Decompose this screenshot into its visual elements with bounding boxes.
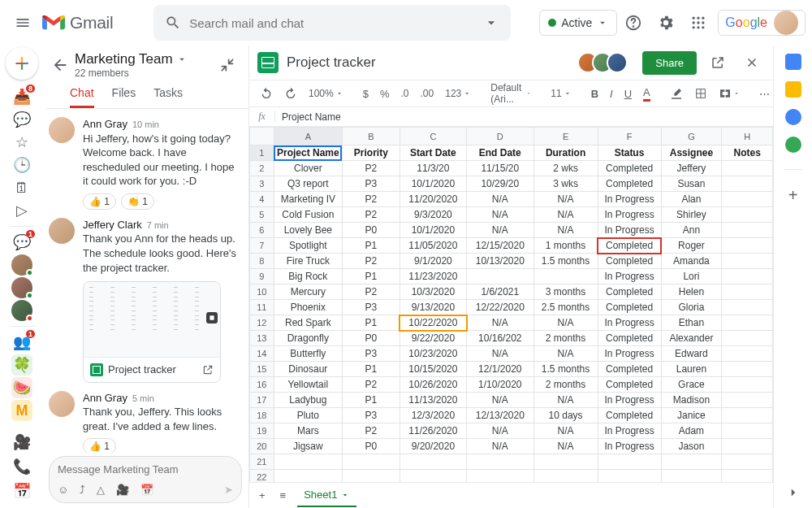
- cell[interactable]: [342, 454, 400, 470]
- row-header[interactable]: 7: [250, 238, 274, 254]
- cell[interactable]: P0: [342, 223, 400, 238]
- cell[interactable]: [722, 254, 773, 269]
- cell[interactable]: [722, 223, 773, 238]
- col-header[interactable]: A: [274, 128, 342, 145]
- meet-video-nav[interactable]: 🎥: [6, 432, 38, 453]
- cell[interactable]: 10/13/2020: [467, 254, 533, 269]
- row-header[interactable]: 17: [250, 393, 274, 408]
- cell[interactable]: N/A: [467, 346, 533, 362]
- cell[interactable]: N/A: [533, 393, 598, 408]
- cell[interactable]: 12/22/2020: [467, 300, 533, 315]
- cell[interactable]: [661, 454, 722, 470]
- cell[interactable]: Yellowtail: [274, 377, 342, 393]
- cell[interactable]: 10/29/20: [467, 176, 533, 192]
- cell[interactable]: Start Date: [400, 145, 466, 161]
- cell[interactable]: Completed: [598, 161, 661, 176]
- cell[interactable]: [722, 470, 773, 483]
- undo-button[interactable]: [256, 85, 277, 102]
- cell[interactable]: N/A: [467, 207, 533, 223]
- cell[interactable]: N/A: [467, 423, 533, 439]
- open-external-button[interactable]: [705, 50, 731, 76]
- cell[interactable]: Lauren: [661, 362, 722, 377]
- cell[interactable]: [722, 176, 773, 192]
- cell[interactable]: [722, 377, 773, 393]
- cell[interactable]: Helen: [661, 284, 722, 300]
- cell[interactable]: N/A: [533, 423, 598, 439]
- gmail-logo[interactable]: Gmail: [42, 13, 113, 33]
- cell[interactable]: Big Rock: [274, 269, 342, 284]
- col-header[interactable]: H: [722, 128, 773, 145]
- cell[interactable]: Madison: [661, 393, 722, 408]
- cell[interactable]: [722, 207, 773, 223]
- cell[interactable]: N/A: [533, 439, 598, 454]
- row-header[interactable]: 12: [250, 315, 274, 331]
- row-header[interactable]: 22: [250, 470, 274, 483]
- cell[interactable]: 10/23/2020: [400, 346, 466, 362]
- col-header[interactable]: F: [598, 128, 661, 145]
- cell[interactable]: 10/16/202: [467, 331, 533, 346]
- cell[interactable]: [274, 470, 342, 483]
- calendar-addon[interactable]: [785, 54, 801, 70]
- cell[interactable]: [533, 269, 598, 284]
- cell[interactable]: 1.5 months: [533, 254, 598, 269]
- cell[interactable]: Pluto: [274, 408, 342, 423]
- cell[interactable]: Janice: [661, 408, 722, 423]
- reaction-pill[interactable]: 👍 1: [83, 193, 116, 210]
- cell[interactable]: Completed: [598, 284, 661, 300]
- italic-button[interactable]: I: [606, 85, 617, 102]
- spaces-section[interactable]: 👥1: [6, 332, 38, 353]
- starred-nav[interactable]: ☆: [6, 132, 38, 153]
- cell[interactable]: P0: [342, 439, 400, 454]
- cell[interactable]: Duration: [533, 145, 598, 161]
- spreadsheet-grid[interactable]: ABCDEFGH1Project NamePriorityStart DateE…: [249, 127, 773, 482]
- cell[interactable]: Completed: [598, 176, 661, 192]
- cell[interactable]: Lovely Bee: [274, 223, 342, 238]
- upload-button[interactable]: ⤴: [80, 484, 85, 496]
- cell[interactable]: Completed: [598, 331, 661, 346]
- cell[interactable]: P2: [342, 207, 400, 223]
- bold-button[interactable]: B: [587, 85, 603, 102]
- row-header[interactable]: 8: [250, 254, 274, 269]
- cell[interactable]: 11/05/2020: [400, 238, 466, 254]
- status-pill[interactable]: Active: [539, 10, 617, 36]
- cell[interactable]: N/A: [467, 393, 533, 408]
- cell[interactable]: P3: [342, 300, 400, 315]
- tab-chat[interactable]: Chat: [70, 86, 94, 108]
- cell[interactable]: In Progress: [598, 423, 661, 439]
- cell[interactable]: Edward: [661, 346, 722, 362]
- cell[interactable]: [533, 470, 598, 483]
- cell[interactable]: P1: [342, 362, 400, 377]
- cell[interactable]: P2: [342, 161, 400, 176]
- percent-button[interactable]: %: [376, 85, 394, 102]
- cell[interactable]: Priority: [342, 145, 400, 161]
- cell[interactable]: [722, 284, 773, 300]
- cell[interactable]: [722, 238, 773, 254]
- row-header[interactable]: 11: [250, 300, 274, 315]
- cell[interactable]: [722, 331, 773, 346]
- cell[interactable]: Dinosaur: [274, 362, 342, 377]
- space-title[interactable]: Marketing Team: [75, 51, 213, 67]
- space-marketing[interactable]: M: [6, 400, 38, 421]
- row-header[interactable]: 16: [250, 377, 274, 393]
- cell[interactable]: [274, 454, 342, 470]
- cell[interactable]: P0: [342, 331, 400, 346]
- reaction-pill[interactable]: 👍 1: [83, 438, 116, 453]
- cell[interactable]: [722, 408, 773, 423]
- cell[interactable]: P1: [342, 269, 400, 284]
- cell[interactable]: N/A: [533, 315, 598, 331]
- merge-button[interactable]: [715, 85, 744, 102]
- cell[interactable]: 11/15/20: [467, 161, 533, 176]
- cell[interactable]: Spotlight: [274, 238, 342, 254]
- row-header[interactable]: 13: [250, 331, 274, 346]
- row-header[interactable]: 4: [250, 192, 274, 207]
- cell[interactable]: [722, 362, 773, 377]
- all-sheets-button[interactable]: ≡: [277, 486, 290, 505]
- chat-section[interactable]: 💬1: [6, 232, 38, 253]
- search-options-icon[interactable]: [478, 10, 504, 36]
- drive-button[interactable]: △: [97, 484, 105, 496]
- cell[interactable]: Gloria: [661, 300, 722, 315]
- cell[interactable]: 2 months: [533, 331, 598, 346]
- cell[interactable]: Mercury: [274, 284, 342, 300]
- cell[interactable]: P3: [342, 176, 400, 192]
- cell[interactable]: 2 wks: [533, 161, 598, 176]
